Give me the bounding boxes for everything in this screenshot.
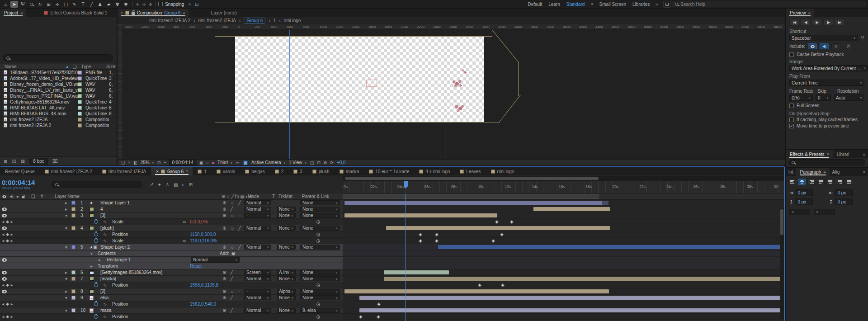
- audio-column-icon[interactable]: ◀): [9, 194, 14, 198]
- layer-switches[interactable]: ⊕ ☼ -: [222, 288, 241, 294]
- row-track[interactable]: [343, 200, 784, 206]
- row-track[interactable]: [343, 225, 784, 231]
- mask-visibility-icon[interactable]: ⌖: [164, 160, 166, 165]
- fast-previews-icon[interactable]: ⊡: [317, 160, 321, 165]
- full-screen-checkbox[interactable]: [789, 104, 794, 108]
- layer-duration-bar[interactable]: [344, 289, 609, 293]
- label-color-swatch[interactable]: [71, 307, 75, 313]
- workspace-menu-icon[interactable]: ≡: [591, 2, 593, 6]
- keyframe-diamond[interactable]: [377, 302, 381, 306]
- label-column-icon[interactable]: ❏: [31, 194, 35, 199]
- keyframe-diamond[interactable]: [377, 315, 380, 318]
- draft-3d-icon[interactable]: ✦: [158, 182, 161, 187]
- mode-dropdown[interactable]: Normal∨: [244, 276, 271, 281]
- row-track[interactable]: [343, 206, 784, 212]
- group-row[interactable]: ▾ContentsAdd:◉: [0, 250, 784, 257]
- tab-paragraph[interactable]: Paragraph ≡: [796, 168, 830, 176]
- keyframe-diamond[interactable]: [435, 232, 439, 236]
- mode-dropdown[interactable]: Normal∨: [244, 295, 271, 300]
- timeline-tab-beigas[interactable]: beigas: [240, 167, 269, 175]
- panel-menu-icon[interactable]: ≡: [183, 10, 185, 15]
- timeline-tab-rimi-frozen2-izeja-2[interactable]: rimi-frozen2-IZEJA 2: [40, 167, 97, 175]
- trkmat-dropdown[interactable]: None∨: [277, 213, 296, 218]
- cache-before-playback-checkbox[interactable]: [789, 52, 794, 57]
- snap-option-icon-1[interactable]: ⊡: [195, 2, 198, 7]
- expander-icon[interactable]: ▸: [99, 257, 101, 263]
- project-column-headers[interactable]: Name ▲ ❏ Type Size: [0, 64, 117, 70]
- project-item[interactable]: GettyImages-851863264.movQuickTime4: [0, 99, 117, 105]
- layer-name[interactable]: [3]: [100, 212, 105, 218]
- pick-whip-icon[interactable]: [316, 301, 320, 307]
- keyframe-navigator[interactable]: ◀◆▶: [2, 238, 13, 244]
- indent-right-field[interactable]: ⇤0 px: [829, 189, 864, 196]
- puppet-pin-tool[interactable]: ✱: [122, 1, 130, 8]
- tab-project[interactable]: Project ≡: [0, 9, 26, 17]
- tab-libraries[interactable]: Librari: [833, 150, 854, 158]
- layer-switches[interactable]: ⊕ ╱: [222, 307, 234, 313]
- row-track[interactable]: [343, 263, 784, 269]
- label-color-swatch[interactable]: [78, 71, 82, 75]
- column-t[interactable]: T: [272, 194, 275, 199]
- label-color-swatch[interactable]: [78, 118, 82, 122]
- stopwatch-icon[interactable]: [94, 301, 98, 307]
- expander-icon[interactable]: ▸: [90, 263, 93, 269]
- property-name[interactable]: Scale: [112, 238, 123, 244]
- indent-left-field[interactable]: ⇥0 px: [789, 189, 825, 196]
- zoom-tool[interactable]: [28, 1, 35, 8]
- layer-name[interactable]: elsa: [100, 295, 108, 301]
- link-dimensions-icon[interactable]: ∞: [183, 238, 186, 244]
- visibility-toggle[interactable]: [2, 225, 7, 231]
- group-row[interactable]: ▸TransformReset: [0, 263, 784, 269]
- layer-duration-bar[interactable]: [359, 296, 784, 300]
- label-color-swatch[interactable]: [78, 94, 82, 98]
- property-name[interactable]: Position: [112, 301, 128, 307]
- label-color-swatch[interactable]: [71, 295, 75, 301]
- video-column-icon[interactable]: [2, 195, 6, 198]
- lock-icon[interactable]: [132, 12, 135, 15]
- layer-switches[interactable]: ⊕ ☼ ╱: [222, 200, 242, 206]
- effects-search-input[interactable]: [788, 159, 865, 165]
- lock-column-icon[interactable]: [22, 196, 25, 198]
- row-track[interactable]: [343, 307, 784, 313]
- layer-row[interactable]: ▾7[maska]⊕ ╱Normal∨None∨None∨: [0, 276, 784, 282]
- expander-icon[interactable]: ▾: [65, 225, 67, 231]
- roto-brush-tool[interactable]: ✾: [113, 1, 121, 8]
- label-color-swatch[interactable]: [78, 82, 82, 86]
- sort-ascending-icon[interactable]: ▲: [66, 65, 69, 69]
- rotation-tool[interactable]: ↻: [36, 1, 44, 8]
- timeline-tab-leaves[interactable]: Leaves: [455, 167, 486, 175]
- group-name[interactable]: Transform: [98, 263, 118, 269]
- property-row[interactable]: ◀◆▶∿Position1150,0,500,0: [0, 231, 784, 238]
- mini-flowchart-icon[interactable]: ⎇: [148, 182, 154, 187]
- previous-frame-button[interactable]: ◀|: [801, 19, 811, 25]
- expander-icon[interactable]: ▸: [65, 269, 67, 275]
- visibility-toggle[interactable]: [2, 269, 7, 275]
- trkmat-dropdown[interactable]: None∨: [277, 308, 296, 313]
- guide-line[interactable]: [445, 30, 445, 159]
- row-track[interactable]: [343, 301, 784, 307]
- camera-tool[interactable]: ⊞: [45, 1, 52, 8]
- mode-dropdown[interactable]: Normal∨: [244, 226, 271, 231]
- timeline-vertical-scrollbar[interactable]: [780, 208, 784, 319]
- include-overlays-toggle[interactable]: ⌗: [831, 43, 840, 49]
- parent-link-dropdown[interactable]: None∨: [300, 245, 340, 250]
- mode-dropdown[interactable]: Normal∨: [244, 207, 271, 212]
- pick-whip-icon[interactable]: [316, 231, 320, 237]
- row-track[interactable]: [343, 250, 784, 256]
- show-channels-icon[interactable]: ◙: [212, 160, 214, 165]
- next-frame-button[interactable]: |▶: [823, 19, 833, 25]
- parent-link-dropdown[interactable]: None∨: [300, 207, 340, 212]
- timeline-tab-4-x-rimi-logo[interactable]: 4 x rimi logo: [414, 167, 455, 175]
- pick-whip-icon[interactable]: [316, 314, 320, 320]
- layer-switches[interactable]: ⊕ ☼ -: [222, 212, 241, 218]
- column-size[interactable]: Size: [106, 64, 115, 69]
- keyframe-diamond[interactable]: [477, 283, 481, 287]
- visibility-toggle[interactable]: [2, 276, 7, 282]
- work-area-bar[interactable]: [343, 194, 599, 199]
- link-dimensions-icon[interactable]: ∞: [183, 219, 186, 225]
- selection-tool[interactable]: ➤: [10, 1, 18, 8]
- layer-name[interactable]: 4: [100, 206, 103, 212]
- skip-dropdown[interactable]: 0∨: [816, 94, 831, 101]
- trkmat-dropdown[interactable]: Alpha∨: [277, 289, 296, 294]
- trkmat-dropdown[interactable]: None∨: [277, 245, 296, 250]
